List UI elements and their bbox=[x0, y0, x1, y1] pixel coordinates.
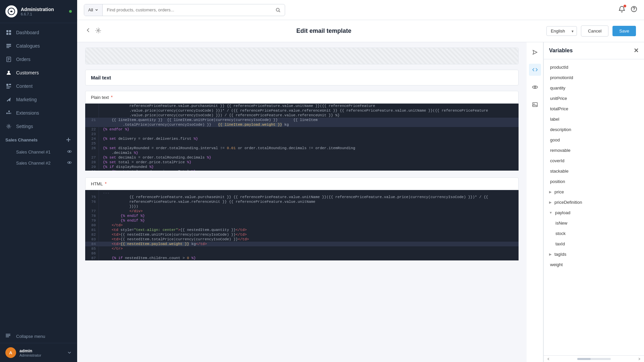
editor-panel: Mail text Plain text * bbox=[77, 42, 527, 362]
sidebar-item-channel2[interactable]: Sales Channel #2 bbox=[0, 158, 77, 169]
dashboard-icon bbox=[5, 29, 12, 36]
image-icon-button[interactable] bbox=[529, 99, 541, 111]
var-item-label[interactable]: label bbox=[544, 114, 644, 124]
sidebar-item-dashboard[interactable]: Dashboard bbox=[0, 26, 77, 39]
language-select[interactable]: English German French bbox=[546, 26, 577, 36]
code-line: 22 {% endfor %} bbox=[85, 127, 519, 132]
svg-rect-14 bbox=[9, 84, 11, 85]
search-type-chevron bbox=[95, 8, 98, 12]
var-item-stackable[interactable]: stackable bbox=[544, 166, 644, 176]
add-sales-channel-button[interactable] bbox=[65, 136, 72, 143]
search-button[interactable] bbox=[271, 4, 285, 16]
help-button[interactable] bbox=[631, 6, 637, 14]
var-item-taxId[interactable]: taxId bbox=[544, 239, 644, 249]
var-item-priceDefinition[interactable]: ▶ priceDefinition bbox=[544, 197, 644, 207]
var-item-productId[interactable]: productId bbox=[544, 62, 644, 72]
sidebar-label-marketing: Marketing bbox=[16, 97, 37, 102]
language-wrapper: English German French bbox=[546, 26, 577, 36]
channel2-visibility-icon[interactable] bbox=[67, 160, 72, 166]
sidebar-item-extensions[interactable]: Extensions bbox=[0, 106, 77, 120]
eye-icon-button[interactable] bbox=[529, 81, 541, 93]
sidebar-label-orders: Orders bbox=[16, 57, 31, 62]
var-item-tagIds[interactable]: ▶ tagIds bbox=[544, 249, 644, 259]
svg-rect-13 bbox=[6, 84, 8, 86]
code-line: 83 <td>{{ nestedItem.totalPrice|currency… bbox=[85, 237, 519, 242]
help-icon bbox=[631, 6, 637, 12]
variables-panel: Variables ✕ productId promotionId bbox=[543, 42, 644, 362]
notification-badge bbox=[624, 5, 626, 7]
cancel-button[interactable]: Cancel bbox=[581, 25, 608, 37]
sidebar-item-marketing[interactable]: Marketing bbox=[0, 93, 77, 106]
search-type-button[interactable]: All bbox=[84, 4, 103, 16]
catalogues-icon bbox=[5, 43, 12, 49]
code-icon bbox=[532, 67, 538, 73]
var-label: label bbox=[550, 117, 559, 122]
variables-close-button[interactable]: ✕ bbox=[634, 47, 639, 54]
var-item-removable[interactable]: removable bbox=[544, 145, 644, 156]
code-line-highlighted: 84 <td>{{ nestedItem.payload.weight }} k… bbox=[85, 242, 519, 246]
send-icon-button[interactable] bbox=[529, 46, 541, 58]
plain-text-code-lines: referencePriceFeature.value.purchaseUnit… bbox=[85, 104, 519, 171]
svg-point-27 bbox=[276, 8, 279, 11]
svg-point-31 bbox=[534, 86, 536, 88]
preview-inner bbox=[86, 48, 518, 64]
var-item-totalPrice[interactable]: totalPrice bbox=[544, 104, 644, 114]
svg-point-29 bbox=[634, 10, 634, 11]
user-info: admin Administrator bbox=[19, 348, 41, 357]
code-line: 26 {% set displayRounded = order.totalRo… bbox=[85, 146, 519, 150]
var-list: productId promotionId quantity unitPrice bbox=[544, 59, 644, 273]
template-settings-button[interactable] bbox=[95, 27, 101, 35]
collapse-icon bbox=[5, 333, 12, 340]
code-line: 21 {{ lineItem.quantity }} {{ lineItem.u… bbox=[85, 118, 519, 122]
back-button[interactable] bbox=[85, 27, 91, 35]
var-item-description[interactable]: description bbox=[544, 124, 644, 135]
var-item-promotionId[interactable]: promotionId bbox=[544, 72, 644, 83]
svg-rect-18 bbox=[8, 111, 10, 112]
var-item-position[interactable]: position bbox=[544, 176, 644, 187]
collapse-menu-button[interactable]: Collapse menu bbox=[0, 329, 77, 343]
svg-rect-4 bbox=[9, 33, 11, 35]
var-item-stock[interactable]: stock bbox=[544, 228, 644, 239]
plain-text-label: Plain text * bbox=[85, 91, 519, 104]
var-item-isNew[interactable]: isNew bbox=[544, 218, 644, 228]
sidebar-item-orders[interactable]: Orders bbox=[0, 53, 77, 66]
horizontal-scrollbar bbox=[577, 358, 611, 360]
logo-icon bbox=[5, 5, 17, 17]
var-item-unitPrice[interactable]: unitPrice bbox=[544, 93, 644, 104]
code-line: 23 bbox=[85, 132, 519, 136]
scroll-right-icon[interactable] bbox=[637, 357, 641, 361]
sidebar-item-content[interactable]: Content bbox=[0, 79, 77, 93]
app-version: 6.6.7.1 bbox=[21, 12, 54, 16]
code-line: 76 referencePriceFeature.value.reference… bbox=[85, 199, 519, 204]
save-button[interactable]: Save bbox=[612, 26, 636, 36]
code-line: 86 bbox=[85, 251, 519, 256]
sidebar-item-catalogues[interactable]: Catalogues bbox=[0, 39, 77, 53]
code-line: 27 {% set decimals = order.totalRounding… bbox=[85, 155, 519, 160]
notification-button[interactable] bbox=[619, 6, 625, 14]
var-label: isNew bbox=[555, 221, 567, 226]
header-actions: English German French Cancel Save bbox=[546, 25, 636, 37]
scroll-left-icon[interactable] bbox=[546, 357, 551, 361]
html-editor[interactable]: ... 75 {{ referencePriceFeature.value.pu… bbox=[85, 190, 519, 260]
var-item-payload[interactable]: ▼ payload bbox=[544, 207, 644, 218]
var-item-price[interactable]: ▶ price bbox=[544, 187, 644, 197]
var-label: quantity bbox=[550, 85, 566, 90]
var-item-quantity[interactable]: quantity bbox=[544, 83, 644, 93]
sidebar-item-customers[interactable]: Customers bbox=[0, 66, 77, 79]
svg-rect-25 bbox=[6, 335, 10, 336]
code-icon-button[interactable] bbox=[529, 64, 541, 76]
var-item-coverId[interactable]: coverId bbox=[544, 156, 644, 166]
var-label: taxId bbox=[555, 241, 565, 246]
var-item-weight[interactable]: weight bbox=[544, 259, 644, 270]
user-name: admin bbox=[19, 348, 41, 353]
code-line: 82 <td>{{ nestedItem.unitPrice|currency(… bbox=[85, 232, 519, 237]
var-item-good[interactable]: good bbox=[544, 135, 644, 145]
plain-text-editor[interactable]: referencePriceFeature.value.purchaseUnit… bbox=[85, 104, 519, 171]
search-input[interactable] bbox=[103, 7, 271, 12]
sidebar-item-settings[interactable]: Settings bbox=[0, 120, 77, 133]
channel1-visibility-icon[interactable] bbox=[67, 149, 72, 155]
code-line: 81 <td style="text-align: center">{{ nes… bbox=[85, 228, 519, 232]
sidebar-item-channel1[interactable]: Sales Channel #1 bbox=[0, 146, 77, 158]
var-label: promotionId bbox=[550, 75, 573, 80]
svg-point-12 bbox=[8, 71, 10, 73]
